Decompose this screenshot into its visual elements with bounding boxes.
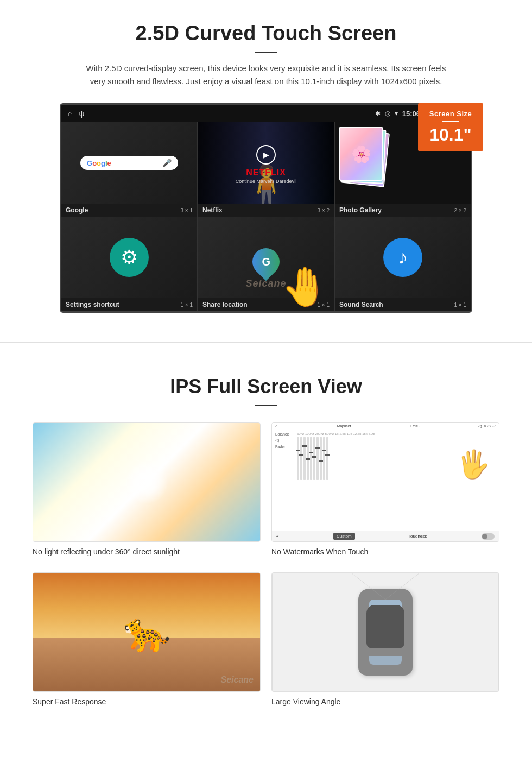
netflix-label-row: Netflix 3 × 2 [198,204,334,217]
car-visual [272,573,499,691]
freq-500hz: 500hz [325,432,334,436]
usb-icon: ψ [79,109,84,118]
amplifier-caption: No Watermarks When Touch [271,547,499,556]
music-icon: ♪ [383,238,422,277]
maps-icon: G [252,239,280,276]
netflix-content: ▶ NETFLIX Continue Marvel's Daredevil [236,142,296,184]
slider-9 [323,437,325,480]
settings-label-row: Settings shortcut 1 × 1 [61,298,197,311]
amp-eq: 60hz 100hz 200hz 500hz 1k 2.5k 10k 12.5k… [297,432,496,480]
slider-5 [310,437,312,480]
settings-label-size: 1 × 1 [180,302,193,308]
bluetooth-icon: ✱ [375,110,381,117]
thumb-1 [296,450,300,451]
netflix-label-size: 3 × 2 [317,207,330,213]
settings-app-cell[interactable]: ⚙ Settings shortcut 1 × 1 [61,217,197,311]
view-angle-svg [331,572,440,610]
section-divider [0,342,532,343]
gallery-label-name: Photo Gallery [339,206,382,214]
maps-label-name: Share location [202,301,248,308]
gallery-photo-main: 🌸 [339,127,383,181]
section1-description: With 2.5D curved-display screen, this de… [81,62,451,88]
section-curved-screen: 2.5D Curved Touch Screen With 2.5D curve… [0,0,532,331]
thumb-3 [302,445,307,447]
slider-1 [297,437,299,480]
play-button[interactable]: ▶ [256,145,276,165]
sky-visual [33,423,260,541]
amplifier-visual: ⌂ Amplifier 17:33 ◁) ✕ ▭ ↩ Balance ◁) Fa… [272,423,499,541]
slider-8 [320,437,322,480]
music-label-size: 1 × 1 [454,302,466,308]
google-label-row: Google 3 × 1 [61,204,197,217]
sky-image-placeholder [33,422,261,542]
location-icon: ◎ [385,110,390,117]
settings-icon: ⚙ [110,238,149,277]
cheetah-image-placeholder: 🐆 Seicane [33,572,261,692]
section2-divider [255,405,277,406]
freq-sub: SUB [369,432,375,436]
settings-app-inner: ⚙ [61,217,197,298]
sky-image-item: No light reflecting under 360° direct su… [33,422,261,556]
car-roof [366,605,404,648]
amp-time-text: 17:33 [410,424,420,428]
status-left: ⌂ ψ [68,109,84,118]
netflix-logo: NETFLIX [236,168,296,178]
cheetah-image-item: 🐆 Seicane Super Fast Response [33,572,261,706]
music-label-row: Sound Search 1 × 1 [335,298,471,311]
maps-label-size: 1 × 1 [317,302,330,308]
slider-2 [300,437,302,480]
maps-g-letter: G [262,256,270,268]
sliders [297,437,328,480]
home-icon[interactable]: ⌂ [68,109,72,118]
app-grid-row1: Google 🎤 Google 3 × 1 [61,122,471,217]
amp-label-fader: Fader [275,445,295,449]
netflix-app-cell[interactable]: 🧍 ▶ NETFLIX Continue Marvel's Daredevil … [198,122,334,217]
gallery-stack: 🌸 [339,127,394,192]
car-caption: Large Viewing Angle [271,697,499,706]
badge-title: Screen Size [423,110,478,118]
amp-custom-btn[interactable]: Custom [333,533,355,540]
car-container [358,589,413,676]
badge-divider [442,121,459,122]
freq-2-5k: 2.5k [339,432,345,436]
netflix-subtitle: Continue Marvel's Daredevil [236,179,296,184]
amp-slider-tracks: 🖐 [297,437,496,480]
amp-home-icon: ⌂ [275,424,277,428]
svg-line-1 [385,572,434,600]
thumb-5 [309,452,313,453]
amp-back-icon: « [276,534,278,539]
amp-footer: « Custom loudness [272,531,499,541]
maps-pin: G [247,243,286,281]
svg-line-0 [337,572,385,600]
freq-100hz: 100hz [305,432,314,436]
maps-icon-container: G [252,248,280,275]
thumb-7 [315,447,320,449]
music-app-cell[interactable]: ♪ Sound Search 1 × 1 [335,217,471,311]
google-search-bar[interactable]: Google 🎤 [80,156,178,170]
section1-title-divider [255,52,277,53]
sun-effect [125,460,168,504]
freq-1k: 1k [335,432,338,436]
status-bar: ⌂ ψ ✱ ◎ ▾ 15:06 ⬜ ◁) ✕ ▭ [61,105,471,122]
amp-toggle-thumb [482,534,487,539]
car-image-item: Large Viewing Angle [271,572,499,706]
maps-app-cell[interactable]: G 🤚 Share location 1 × 1 [198,217,334,311]
freq-15k: 15k [362,432,368,436]
section-ips-view: IPS Full Screen View No light reflecting… [0,354,532,728]
gallery-label-row: Photo Gallery 2 × 2 [335,204,471,217]
badge-size: 10.1" [423,125,478,144]
amp-toggle[interactable] [482,533,495,540]
image-grid: No light reflecting under 360° direct su… [33,422,499,711]
amplifier-image-item: ⌂ Amplifier 17:33 ◁) ✕ ▭ ↩ Balance ◁) Fa… [271,422,499,556]
google-app-cell[interactable]: Google 🎤 Google 3 × 1 [61,122,197,217]
slider-6 [313,437,315,480]
sky-caption: No light reflecting under 360° direct su… [33,547,261,556]
freq-10k: 10k [347,432,352,436]
thumb-6 [312,456,316,458]
slider-4 [307,437,309,480]
mic-icon[interactable]: 🎤 [162,159,172,167]
slider-10 [326,437,328,480]
amp-label-speaker: ◁) [275,438,295,443]
app-grid-row2: ⚙ Settings shortcut 1 × 1 [61,217,471,311]
amp-status-bar: ⌂ Amplifier 17:33 ◁) ✕ ▭ ↩ [272,423,499,430]
